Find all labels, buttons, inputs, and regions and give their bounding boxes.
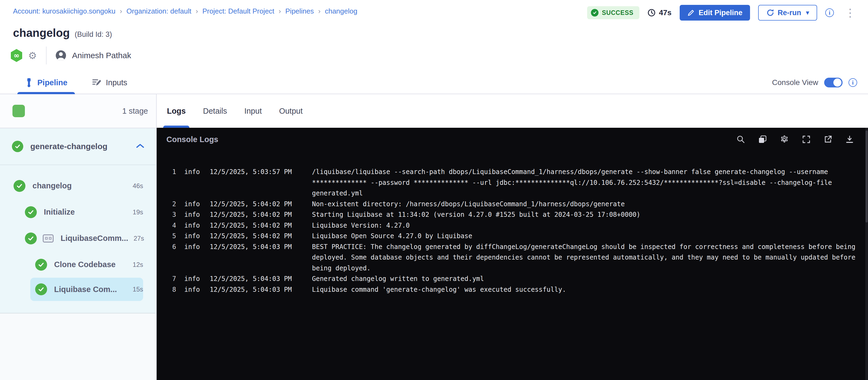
sidebar-empty-area (0, 314, 156, 380)
avatar (56, 50, 66, 61)
tree-item-label: changelog (32, 181, 72, 190)
refresh-icon (766, 9, 774, 17)
check-circle-icon (13, 180, 25, 192)
tab-pipeline-label: Pipeline (37, 78, 67, 87)
status-badge: SUCCESS (587, 6, 639, 19)
clock-icon (648, 9, 656, 17)
edit-pipeline-button[interactable]: Edit Pipeline (680, 5, 750, 21)
title-row: changelog (Build Id: 3) (0, 21, 868, 39)
log-message: Liquibase Version: 4.27.0 (302, 220, 865, 231)
breadcrumb: Account: kurosakiichigo.songoku › Organi… (13, 5, 358, 16)
tab-inputs[interactable]: Inputs (92, 71, 127, 94)
tree-item-changelog[interactable]: changelog 46s (0, 173, 143, 199)
console-view-control: Console View i (772, 78, 868, 87)
tab-input[interactable]: Input (244, 94, 262, 128)
copy-icon[interactable] (758, 135, 767, 144)
log-level: info (184, 199, 202, 210)
stage-tree: generate-changelog changelog 46s (0, 128, 156, 314)
chevron-up-icon[interactable] (136, 143, 144, 149)
pipeline-icon (25, 78, 33, 87)
tree-item-duration: 46s (127, 182, 143, 190)
console-toolbar (737, 135, 854, 144)
breadcrumb-organization[interactable]: Organization: default (126, 7, 191, 16)
stage-row-generate-changelog[interactable]: generate-changelog (0, 128, 156, 165)
console-view-toggle[interactable] (824, 78, 843, 87)
log-timestamp: 12/5/2025, 5:04:03 PM (210, 285, 294, 295)
tree-item-liquibase-command[interactable]: Liquibase Com... 15s (30, 278, 143, 301)
log-level: info (184, 231, 202, 242)
tab-pipeline[interactable]: Pipeline (25, 71, 67, 94)
stage-color-square (12, 105, 25, 117)
check-circle-icon (35, 259, 47, 271)
breadcrumb-separator: › (318, 7, 321, 16)
log-line-number: 4 (164, 220, 176, 231)
download-icon[interactable] (845, 135, 854, 144)
divider (46, 47, 46, 64)
tree-item-label: LiquibaseComm... (61, 234, 128, 243)
open-in-new-icon[interactable] (824, 135, 832, 144)
run-duration: 47s (648, 8, 672, 17)
stage-name: generate-changelog (30, 142, 107, 151)
tree-item-clone-codebase[interactable]: Clone Codebase 12s (0, 252, 143, 278)
tab-inputs-label: Inputs (106, 78, 127, 87)
caret-down-icon: ▾ (806, 9, 809, 16)
check-circle-icon (591, 9, 598, 17)
console-header: Console Logs (157, 128, 868, 151)
log-line: 1 info 12/5/2025, 5:03:57 PM /liquibase/… (164, 167, 865, 199)
top-header: Account: kurosakiichigo.songoku › Organi… (0, 0, 868, 21)
kebab-menu-icon[interactable]: ⋮ (842, 7, 858, 18)
inputs-icon (92, 79, 101, 87)
page-title: changelog (13, 27, 70, 39)
tree-item-label: Clone Codebase (54, 260, 116, 269)
breadcrumb-pipelines[interactable]: Pipelines (285, 7, 314, 16)
tree-item-liquibase-command-group[interactable]: LiquibaseComm... 27s (0, 225, 143, 252)
breadcrumb-account[interactable]: Account: kurosakiichigo.songoku (13, 7, 116, 16)
breadcrumb-separator: › (196, 7, 198, 16)
log-message: Liquibase Open Source 4.27.0 by Liquibas… (302, 231, 865, 242)
check-circle-icon (12, 141, 23, 152)
breadcrumb-project[interactable]: Project: Default Project (203, 7, 274, 16)
tree-item-label: Liquibase Com... (54, 285, 117, 294)
fullscreen-icon[interactable] (802, 135, 811, 144)
rerun-button[interactable]: Re-run ▾ (758, 5, 817, 21)
log-timestamp: 12/5/2025, 5:03:57 PM (210, 167, 294, 178)
log-line: 3 info 12/5/2025, 5:04:02 PM Starting Li… (164, 209, 865, 220)
settings-icon[interactable] (780, 135, 789, 144)
console-panel: Console Logs 1 info 12/5/2025, 5:03:57 P… (157, 128, 868, 380)
log-line-number: 5 (164, 231, 176, 242)
gear-icon[interactable]: ⚙ (28, 50, 37, 61)
info-icon[interactable]: i (825, 8, 834, 17)
tab-output[interactable]: Output (279, 94, 303, 128)
log-timestamp: 12/5/2025, 5:04:02 PM (210, 220, 294, 231)
status-text: SUCCESS (602, 9, 633, 17)
user-name: Animesh Pathak (72, 51, 131, 60)
tab-logs[interactable]: Logs (167, 94, 186, 128)
console-scrollbar[interactable] (865, 128, 868, 380)
log-line-number: 6 (164, 242, 176, 253)
logs-tabbar: Logs Details Input Output (157, 94, 868, 128)
breadcrumb-changelog[interactable]: changelog (325, 7, 358, 16)
log-message: /liquibase/liquibase --search-path dbops… (302, 167, 865, 199)
info-icon[interactable]: i (848, 78, 857, 87)
log-level: info (184, 167, 202, 178)
search-icon[interactable] (737, 135, 745, 144)
build-id: (Build Id: 3) (75, 30, 112, 39)
step-group-icon (43, 234, 54, 242)
log-level: info (184, 242, 202, 253)
console-log-area: 1 info 12/5/2025, 5:03:57 PM /liquibase/… (157, 151, 868, 295)
log-line-number: 8 (164, 285, 176, 295)
breadcrumb-separator: › (120, 7, 122, 16)
tree-item-initialize[interactable]: Initialize 19s (0, 199, 143, 225)
log-message: Liquibase command 'generate-changelog' w… (302, 285, 865, 295)
tree-item-duration: 27s (128, 235, 144, 242)
log-message: Starting Liquibase at 11:34:02 (version … (302, 209, 865, 220)
console-title: Console Logs (166, 135, 218, 144)
tree-item-label: Initialize (44, 208, 75, 216)
tree-item-duration: 19s (127, 208, 143, 216)
edit-icon (687, 9, 695, 17)
duration-text: 47s (659, 8, 672, 17)
stage-count: 1 stage (122, 107, 148, 116)
check-circle-icon (25, 233, 37, 244)
tab-details[interactable]: Details (203, 94, 227, 128)
log-line-number: 1 (164, 167, 176, 178)
